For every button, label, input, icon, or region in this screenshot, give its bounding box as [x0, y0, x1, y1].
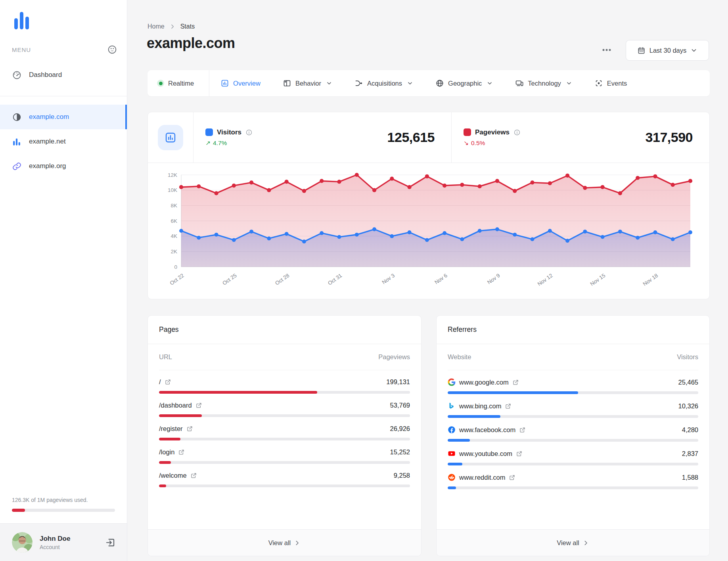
pageviews-value: 317,590 [646, 130, 693, 145]
sidebar-divider [0, 96, 127, 96]
trend-down-arrow: ↘ [464, 140, 469, 147]
chevron-down-icon [487, 80, 493, 86]
pages-rows: /199,131/dashboard53,769/register26,926/… [148, 370, 421, 529]
bar-track [159, 391, 410, 394]
tab-overview[interactable]: Overview [209, 70, 272, 96]
bar-fill [159, 414, 202, 417]
referrer-site: www.bing.com [459, 402, 501, 410]
page-url-link[interactable]: /login [159, 448, 185, 456]
pageviews-count: 199,131 [386, 378, 410, 386]
bar-fill [159, 391, 317, 394]
referrer-site: www.youtube.com [459, 450, 512, 458]
sidebar-item-example.org[interactable]: example.org [0, 154, 127, 178]
svg-text:8K: 8K [171, 203, 177, 209]
chevron-right-icon [169, 23, 176, 30]
bar-fill [159, 484, 166, 487]
column-header-pageviews: Pageviews [378, 353, 410, 361]
bar-fill [448, 486, 456, 489]
external-link-icon [195, 402, 202, 409]
events-icon [594, 79, 603, 88]
sidebar-item-example.net[interactable]: example.net [0, 129, 127, 154]
breadcrumb-home[interactable]: Home [148, 23, 165, 30]
behavior-icon [283, 79, 291, 88]
tab-label: Realtime [168, 80, 194, 87]
site-label: example.com [29, 113, 69, 121]
external-link-icon [512, 379, 519, 386]
bar-fill [448, 391, 578, 394]
pageviews-count: 15,252 [390, 448, 410, 456]
logout-icon[interactable] [105, 537, 116, 548]
page-url-link[interactable]: / [159, 378, 171, 386]
tab-geographic[interactable]: Geographic [424, 70, 504, 96]
tab-technology[interactable]: Technology [504, 70, 583, 96]
visitors-count: 25,465 [678, 379, 698, 386]
visitors-value: 125,615 [387, 130, 435, 145]
referrer-link[interactable]: www.google.com [448, 378, 519, 386]
sidebar-item-label: Dashboard [29, 71, 62, 79]
chevron-right-icon [294, 540, 301, 546]
tab-events[interactable]: Events [583, 70, 638, 96]
technology-icon [515, 79, 524, 88]
account-footer[interactable]: John Doe Account [0, 523, 127, 561]
tab-label: Events [607, 80, 627, 87]
page-url-link[interactable]: /welcome [159, 472, 197, 479]
column-header-visitors: Visitors [677, 353, 698, 361]
table-row: www.facebook.com4,280 [448, 420, 698, 444]
referrer-site: www.google.com [459, 379, 509, 386]
tab-label: Overview [233, 80, 261, 87]
svg-text:Nov 6: Nov 6 [433, 272, 448, 285]
referrer-link[interactable]: www.reddit.com [448, 473, 515, 481]
pages-column-headers: URL Pageviews [159, 344, 410, 370]
page-url: /dashboard [159, 402, 192, 409]
referrers-card-title: Referrers [437, 316, 709, 344]
tab-behavior[interactable]: Behavior [272, 70, 343, 96]
calendar-icon [637, 46, 646, 55]
svg-text:4K: 4K [171, 233, 177, 239]
table-row: /welcome9,258 [159, 466, 410, 490]
table-row: www.google.com25,465 [448, 373, 698, 396]
info-icon[interactable] [245, 129, 253, 136]
sidebar: MENU Dashboard example.comexample.netexa… [0, 0, 127, 561]
site-label: example.org [29, 162, 66, 170]
tab-label: Acquisitions [367, 80, 402, 87]
svg-text:Nov 3: Nov 3 [381, 272, 396, 285]
svg-text:6K: 6K [171, 218, 177, 224]
dashboard-icon [12, 70, 22, 80]
svg-text:10K: 10K [168, 187, 177, 193]
external-link-icon [505, 403, 512, 410]
visitors-swatch [205, 128, 213, 136]
tab-acquisitions[interactable]: Acquisitions [343, 70, 424, 96]
sidebar-item-dashboard[interactable]: Dashboard [0, 63, 127, 86]
overview-card: Visitors ↗ 4.7% 125,615 Pageviews [148, 112, 710, 299]
page-url: /login [159, 448, 174, 456]
tab-label: Geographic [448, 80, 482, 87]
traffic-chart: 02K4K6K8K10K12KOct 22Oct 25Oct 28Oct 31N… [148, 163, 709, 297]
avatar [12, 532, 33, 553]
more-options-icon[interactable] [601, 44, 612, 56]
pages-view-all-button[interactable]: View all [148, 529, 421, 556]
referrer-site: www.facebook.com [459, 426, 515, 434]
visitors-summary: Visitors ↗ 4.7% 125,615 [193, 112, 451, 163]
chevron-down-icon [407, 80, 413, 86]
tab-realtime[interactable]: Realtime [148, 70, 209, 96]
summary-row: Visitors ↗ 4.7% 125,615 Pageviews [148, 112, 709, 163]
pageviews-swatch [464, 128, 471, 136]
chevron-down-icon [326, 80, 332, 86]
visitors-count: 4,280 [682, 426, 698, 434]
bar-fill [448, 439, 470, 442]
google-favicon-icon [448, 378, 456, 386]
sidebar-item-example.com[interactable]: example.com [0, 105, 127, 129]
menu-toggle-icon[interactable] [107, 44, 117, 55]
referrer-link[interactable]: www.youtube.com [448, 450, 523, 458]
referrer-link[interactable]: www.facebook.com [448, 426, 526, 434]
referrer-link[interactable]: www.bing.com [448, 402, 512, 410]
page-url-link[interactable]: /dashboard [159, 402, 202, 409]
svg-text:Nov 15: Nov 15 [589, 272, 607, 287]
date-range-button[interactable]: Last 30 days [626, 40, 709, 61]
usage-progress-track [12, 509, 115, 512]
page-url-link[interactable]: /register [159, 425, 193, 433]
info-icon[interactable] [513, 129, 521, 136]
pageviews-count: 53,769 [390, 402, 410, 409]
chart-small-icon [12, 137, 22, 147]
referrers-view-all-button[interactable]: View all [437, 529, 709, 556]
